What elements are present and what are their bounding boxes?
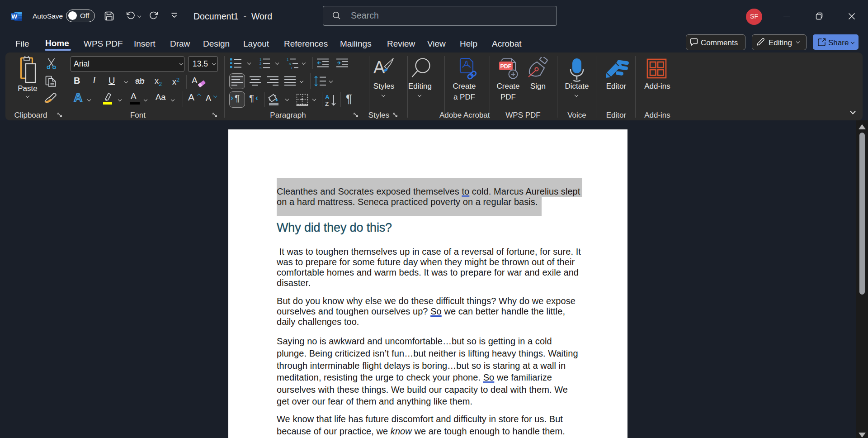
svg-text:A: A bbox=[325, 94, 330, 100]
svg-text:A: A bbox=[373, 58, 385, 77]
svg-text:1: 1 bbox=[287, 57, 289, 62]
svg-text:2: 2 bbox=[259, 62, 262, 66]
svg-text:PDF: PDF bbox=[500, 63, 512, 70]
svg-text:1: 1 bbox=[259, 57, 262, 62]
svg-text:i: i bbox=[291, 66, 292, 70]
svg-text:3: 3 bbox=[259, 66, 262, 70]
svg-text:Z: Z bbox=[325, 100, 329, 107]
svg-text:W: W bbox=[11, 13, 17, 20]
svg-text:a: a bbox=[289, 62, 291, 66]
